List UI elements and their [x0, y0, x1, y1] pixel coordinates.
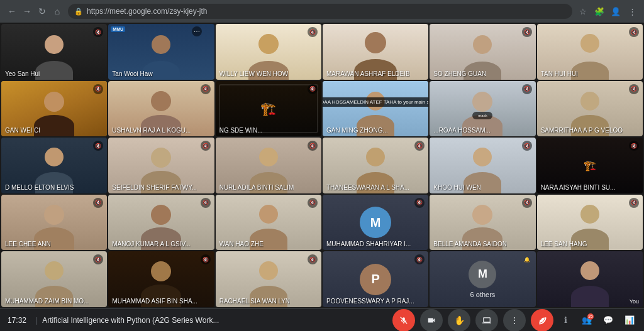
mic-muted-icon: 🔇	[629, 84, 639, 94]
hand-raise-button[interactable]: ✋	[448, 309, 470, 332]
mic-muted-icon: 🔇	[201, 141, 211, 151]
participant-name: MUHAMMAD SHAHRIYAR I...	[326, 241, 411, 247]
mic-muted-icon: 🔇	[414, 198, 425, 208]
video-row-3: 🔇 D MELLO ELTON ELVIS 🔇 SEIFELDIN SHERIF…	[1, 138, 643, 193]
participant-cell[interactable]: 🔇 WAN HAO ZHE	[216, 195, 321, 251]
participant-name: USHALVN RAJ A L KOGU...	[112, 127, 191, 134]
info-button[interactable]: ℹ	[558, 313, 572, 327]
participant-name: GAN WEI CI	[5, 127, 40, 134]
present-button[interactable]	[475, 309, 498, 332]
participant-cell[interactable]: 🔇 WILLY LIEW WEN HOW	[216, 24, 321, 80]
participant-cell[interactable]: 🔇 Yeo San Hui	[1, 24, 107, 80]
right-controls: ℹ 👥 35 💬 📊	[558, 313, 636, 327]
participant-name: BELLE AMANDA SAIDON	[433, 241, 507, 247]
video-row-5: 🔇 MUHAMMAD ZAIM BIN MO... 🔇 MUHAMMAD ASI…	[1, 251, 643, 307]
meeting-title: Artificial Intelligence with Python (A2G…	[42, 316, 387, 325]
participant-cell[interactable]: mask 🔇 ...ROAA HOSSAM...	[430, 81, 535, 137]
participant-cell[interactable]: 🔇 MUHAMMAD ASIF BIN SHA...	[108, 251, 214, 307]
browser-nav: ← → ↻ ⌂	[5, 4, 64, 18]
activities-button[interactable]: 📊	[623, 313, 636, 327]
video-row-1: 🔇 Yeo San Hui MMU ⋯ Tan Wooi Haw 🔇 WILLY…	[1, 24, 643, 80]
participant-name: SAMRRITHAA A P G VELOO	[541, 127, 623, 134]
participant-cell[interactable]: MARAWAN ASHRAF ELDEIB	[323, 24, 428, 80]
participant-cell[interactable]: 🔇 USHALVN RAJ A L KOGU...	[108, 81, 214, 137]
browser-actions: ☆ 🧩 👤 ⋮	[576, 4, 639, 18]
mic-muted-icon: 🔇	[201, 254, 211, 264]
more-options-button[interactable]: ⋮	[503, 309, 526, 332]
participant-name: MUHAMMAD ASIF BIN SHA...	[112, 298, 197, 305]
star-button[interactable]: ☆	[576, 4, 590, 18]
others-avatar: M	[469, 261, 496, 288]
participant-cell[interactable]: 🔇 NURL ADILA BINTI SALIM	[216, 138, 321, 193]
browser-chrome: ← → ↻ ⌂ 🔒 https://meet.google.com/zsy-kj…	[0, 0, 644, 23]
back-button[interactable]: ←	[5, 4, 19, 18]
participant-name: SO ZHENG GUAN	[433, 70, 486, 77]
participant-cell[interactable]: P 🔇 POOVENESSWARY A P RAJ...	[323, 251, 428, 307]
participant-cell[interactable]: 🔇 GAN WEI CI	[1, 81, 107, 137]
mic-muted-icon: 🔇	[201, 198, 211, 208]
participant-cell[interactable]: M 🔇 MUHAMMAD SHAHRIYAR I...	[323, 195, 428, 251]
participant-cell[interactable]: 🔇 THANEESWARAN A L SHA...	[323, 138, 428, 193]
forward-button[interactable]: →	[20, 4, 34, 18]
participant-cell[interactable]: MMU ⋯ Tan Wooi Haw	[108, 24, 214, 80]
mic-muted-icon: 🔇	[93, 84, 103, 94]
participant-cell[interactable]: 🔇 LEE SAN HANG	[537, 195, 643, 251]
url-text: https://meet.google.com/zsy-kjey-jth	[87, 7, 207, 16]
participant-cell-others[interactable]: M 6 others 🔔	[430, 251, 535, 307]
home-button[interactable]: ⌂	[50, 4, 64, 18]
participant-name: LEE CHEE ANN	[5, 241, 51, 247]
participant-name: WAN HAO ZHE	[219, 241, 264, 247]
participant-name: MUHAMMAD ZAIM BIN MO...	[5, 298, 89, 305]
camera-button[interactable]	[420, 309, 443, 332]
participant-name: LEE SAN HANG	[541, 241, 587, 247]
participant-cell[interactable]: 🔇 MANOJ KUMAR A L GSIV...	[108, 195, 214, 251]
participant-name: MANOJ KUMAR A L GSIV...	[112, 241, 190, 247]
participant-name: THANEESWARAN A L SHA...	[326, 184, 409, 191]
mic-muted-icon: 🔇	[308, 198, 318, 208]
participant-cell[interactable]: 🔇 SEIFELDIN SHERIF FATWY...	[108, 138, 214, 193]
profile-button[interactable]: 👤	[609, 4, 623, 18]
mic-muted-icon: 🔇	[522, 27, 532, 37]
participant-name: Yeo San Hui	[5, 70, 40, 77]
status-divider: |	[35, 316, 37, 325]
participant-name: RACHAEL SIA WAN LYN	[219, 298, 290, 305]
mic-muted-icon: 🔇	[93, 198, 103, 208]
participant-cell[interactable]: 🔇 SO ZHENG GUAN	[430, 24, 535, 80]
video-grid: 🔇 Yeo San Hui MMU ⋯ Tan Wooi Haw 🔇 WILLY…	[0, 23, 644, 308]
people-button[interactable]: 👥 35	[580, 313, 594, 327]
participant-name: POOVENESSWARY A P RAJ...	[326, 298, 414, 305]
participant-cell[interactable]: 🔇 KHOO HUI WEN	[430, 138, 535, 193]
lock-icon: 🔒	[74, 8, 83, 16]
more-button[interactable]: ⋮	[625, 4, 639, 18]
address-bar[interactable]: 🔒 https://meet.google.com/zsy-kjey-jth	[68, 4, 572, 19]
participant-name: KHOO HUI WEN	[433, 184, 481, 191]
dots-menu[interactable]: ⋯	[192, 26, 202, 36]
participant-cell[interactable]: 🔇 D MELLO ELTON ELVIS	[1, 138, 107, 193]
participant-name: GAN MING ZHONG...	[326, 127, 388, 134]
participants-count-badge: 35	[587, 313, 594, 320]
mic-muted-icon: 🔇	[308, 27, 318, 37]
end-call-button[interactable]	[531, 309, 553, 332]
extensions-button[interactable]: 🧩	[592, 4, 606, 18]
meeting-controls: ✋ ⋮	[392, 309, 553, 332]
participant-cell[interactable]: 🏗️ 🔇 NG SDE WIN...	[216, 81, 321, 137]
mic-icon: 🔔	[522, 254, 532, 264]
participant-cell-you[interactable]: You	[537, 251, 643, 307]
participant-name: NARA AISYAH BINTI SU...	[541, 184, 616, 191]
participant-cell[interactable]: 🔇 BELLE AMANDA SAIDON	[430, 195, 535, 251]
participant-cell[interactable]: 🔇 SAMRRITHAA A P G VELOO	[537, 81, 643, 137]
mmu-badge: MMU	[111, 26, 125, 32]
participant-name: NURL ADILA BINTI SALIM	[219, 184, 294, 191]
refresh-button[interactable]: ↻	[35, 4, 49, 18]
participant-cell[interactable]: 🔇 TAN HUI HUI	[537, 24, 643, 80]
participant-cell[interactable]: 🔇 LEE CHEE ANN	[1, 195, 107, 251]
mic-muted-icon: 🔇	[522, 198, 532, 208]
you-label: You	[630, 298, 639, 305]
participant-cell[interactable]: 🔇 RACHAEL SIA WAN LYN	[216, 251, 321, 307]
participant-cell[interactable]: Pin ROAA HOSSAMELDIN ATEF TAHA to your m…	[323, 81, 428, 137]
chat-button[interactable]: 💬	[601, 313, 615, 327]
mic-muted-icon: 🔇	[629, 198, 639, 208]
participant-cell[interactable]: 🏗️ 🔇 NARA AISYAH BINTI SU...	[537, 138, 643, 193]
participant-cell[interactable]: 🔇 MUHAMMAD ZAIM BIN MO...	[1, 251, 107, 307]
mute-button[interactable]	[392, 309, 415, 332]
